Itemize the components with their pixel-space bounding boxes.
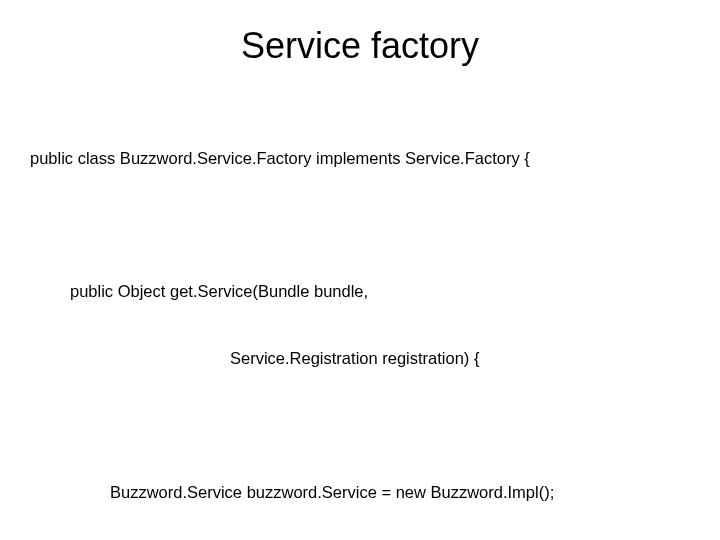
code-blank [30,213,690,235]
code-line: Buzzword.Service buzzword.Service = new … [30,481,690,503]
code-line: public class Buzzword.Service.Factory im… [30,147,690,169]
code-block: public class Buzzword.Service.Factory im… [30,102,690,540]
code-blank [30,414,690,436]
slide-title: Service factory [30,25,690,67]
slide-content: Service factory public class Buzzword.Se… [0,0,720,540]
code-line: public Object get.Service(Bundle bundle, [30,280,690,302]
code-line: Service.Registration registration) { [30,347,690,369]
